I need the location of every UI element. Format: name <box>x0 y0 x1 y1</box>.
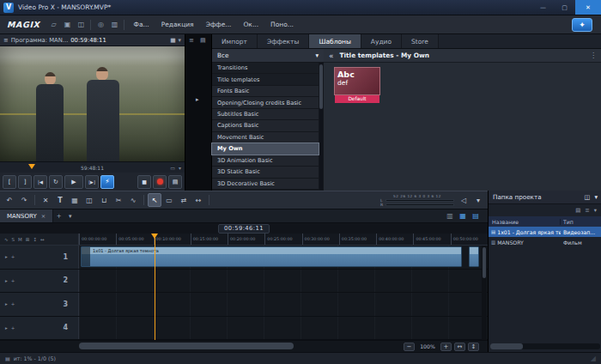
jump-start-button[interactable]: |◀ <box>33 175 47 189</box>
project-tab-dropdown[interactable]: ▾ <box>64 211 76 221</box>
track-mute-icon[interactable]: M <box>18 237 22 242</box>
title-editor-button[interactable]: T <box>53 193 67 207</box>
folder-dropdown-icon[interactable]: ▾ <box>594 193 598 201</box>
fit-width-button[interactable]: ↔ <box>454 343 465 351</box>
grid-button[interactable]: ▦ <box>68 193 82 207</box>
instant-export-button[interactable]: ⚡ <box>100 175 114 189</box>
mouse-mode-frame-button[interactable]: ▭ <box>162 193 176 207</box>
scrub-position-marker[interactable] <box>28 164 35 169</box>
back-icon[interactable]: « <box>329 52 334 60</box>
menu-edit[interactable]: Редакция <box>155 15 200 33</box>
menu-effects[interactable]: Эффе... <box>200 15 238 33</box>
maximize-button[interactable]: ▢ <box>554 0 575 15</box>
track-curve-icon[interactable]: ∿ <box>4 237 9 242</box>
track-3-content[interactable] <box>79 293 488 316</box>
monitor-grid-icon[interactable]: ▦ <box>170 37 175 44</box>
export-icon[interactable]: ▥ <box>107 18 121 32</box>
monitor-layout-button[interactable]: ▤ <box>168 175 182 189</box>
view-timeline-button[interactable]: ▤ <box>470 211 481 221</box>
track-add-icon[interactable]: + <box>11 325 15 331</box>
playhead-marker[interactable] <box>151 234 158 239</box>
project-tab-close-icon[interactable]: × <box>41 213 46 220</box>
timeline-ruler[interactable]: ∿ S M ⊞ ↕ ↔ 00:00:00:00 00:05:00:00 00:1… <box>0 234 488 246</box>
tab-import[interactable]: Импорт <box>212 34 258 48</box>
play-button[interactable]: ▶ <box>64 175 83 189</box>
track-2-header[interactable]: ▸ + 2 <box>0 270 79 293</box>
category-my-own[interactable]: My Own <box>212 143 319 154</box>
minimize-button[interactable]: — <box>532 0 554 15</box>
strip-menu-icon[interactable]: ≡ <box>189 37 194 44</box>
mouse-mode-stretch-button[interactable]: ↔ <box>191 193 205 207</box>
folder-list-view-icon[interactable]: ▤ <box>575 207 580 214</box>
track-add-icon[interactable]: + <box>11 278 15 283</box>
add-project-tab-button[interactable]: + <box>53 211 64 221</box>
category-credits-basic[interactable]: Opening/Closing credits Basic <box>212 97 319 107</box>
redo-button[interactable]: ↷ <box>17 193 31 207</box>
track-vscrollbar-thumb[interactable] <box>483 247 486 278</box>
track-add-icon[interactable]: + <box>11 301 15 306</box>
track-4-content[interactable] <box>79 317 488 340</box>
track-4-header[interactable]: ▸ + 4 <box>0 317 79 340</box>
playhead-line[interactable] <box>155 234 155 340</box>
burn-disc-icon[interactable]: ◎ <box>94 18 107 32</box>
tab-store[interactable]: Store <box>402 34 439 48</box>
category-title-templates[interactable]: Title templates <box>212 74 319 84</box>
track-1-content[interactable]: 1x01 - Долгая яркая темнота <box>79 246 488 269</box>
category-fonts-basic[interactable]: Fonts Basic <box>212 86 319 96</box>
timeline-hscrollbar-thumb[interactable] <box>79 343 294 349</box>
preview-scrub-bar[interactable]: 59:48:11 ▭ ▾ <box>0 161 185 173</box>
track-1-header[interactable]: ▸ + 1 <box>0 246 79 269</box>
track-solo-icon[interactable]: S <box>12 237 15 242</box>
record-button[interactable] <box>153 175 167 189</box>
fit-height-button[interactable]: ↕ <box>468 343 479 351</box>
meter-options-button[interactable]: ▾ <box>471 193 485 207</box>
monitor-menu-icon[interactable]: ≡ <box>3 37 9 44</box>
view-overview-button[interactable]: ▥ <box>445 211 455 221</box>
range-start-button[interactable]: [ <box>3 175 16 189</box>
category-movement-basic[interactable]: Movement Basic <box>212 132 319 143</box>
open-project-icon[interactable]: ▣ <box>60 18 74 32</box>
project-row-video[interactable]: ▤ 1x01 - Долгая яркая тем... Видеозап... <box>489 227 601 237</box>
category-3d-animation[interactable]: 3D Animation Basic <box>212 155 319 166</box>
mouse-mode-select-button[interactable]: ↖ <box>148 193 161 207</box>
speaker-button[interactable]: ◁ <box>457 193 470 207</box>
snap-magnet-button[interactable]: ⊔ <box>97 193 111 207</box>
track-expand-icon[interactable]: ▸ <box>5 254 8 259</box>
split-scissors-button[interactable]: ✂ <box>112 193 125 207</box>
track-expand-icon[interactable]: ▸ <box>5 325 8 331</box>
track-width-icon[interactable]: ↔ <box>40 237 45 242</box>
delete-button[interactable]: ✕ <box>39 193 52 207</box>
range-play-button[interactable]: [▶] <box>85 175 99 189</box>
video-clip-fragment[interactable] <box>469 246 479 267</box>
project-row-movie[interactable]: ▥ MANSORY Фильм <box>489 237 601 247</box>
category-3d-static[interactable]: 3D Static Basic <box>212 167 319 177</box>
category-3d-decorative[interactable]: 3D Decorative Basic <box>212 179 319 189</box>
mouse-mode-swap-button[interactable]: ⇄ <box>177 193 191 207</box>
category-filter-dropdown[interactable]: Все ▾ <box>212 49 324 62</box>
strip-list-icon[interactable]: ▤ <box>200 37 206 44</box>
strip-expand-icon[interactable]: ▸ <box>196 96 199 103</box>
stop-button[interactable]: ■ <box>137 175 151 189</box>
tab-templates[interactable]: Шаблоны <box>309 34 361 48</box>
close-button[interactable]: ✕ <box>575 0 601 15</box>
project-folder-scrollbar-thumb[interactable] <box>490 343 523 349</box>
menu-window[interactable]: Ок... <box>237 15 264 33</box>
column-type[interactable]: Тип <box>561 219 601 225</box>
project-tab-mansory[interactable]: MANSORY × <box>0 209 53 222</box>
zoom-out-button[interactable]: − <box>404 343 415 351</box>
view-storyboard-button[interactable]: ▦ <box>458 211 468 221</box>
tab-effects[interactable]: Эффекты <box>258 34 310 48</box>
loop-button[interactable]: ↻ <box>49 175 63 189</box>
track-2-content[interactable] <box>79 270 488 293</box>
new-project-icon[interactable]: ▱ <box>46 18 60 32</box>
video-clip[interactable]: 1x01 - Долгая яркая темнота <box>81 246 462 267</box>
range-end-button[interactable]: ] <box>18 175 32 189</box>
category-subtitles-basic[interactable]: Subtitles Basic <box>212 109 319 119</box>
wave-edit-button[interactable]: ∿ <box>126 193 140 207</box>
folder-sort-icon[interactable]: ▾ <box>594 207 597 214</box>
track-3-header[interactable]: ▸ + 3 <box>0 293 79 316</box>
track-height-icon[interactable]: ↕ <box>33 237 37 242</box>
group-objects-button[interactable]: ◫ <box>82 193 96 207</box>
zoom-in-button[interactable]: + <box>440 343 452 351</box>
save-project-icon[interactable]: ◫ <box>74 18 88 32</box>
